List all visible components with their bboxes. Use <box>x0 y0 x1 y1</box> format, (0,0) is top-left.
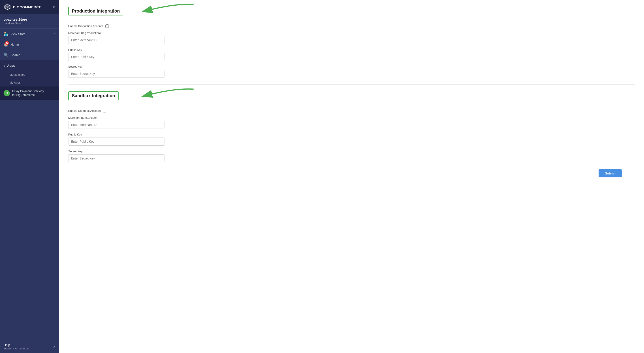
logo-text: BIGCOMMERCE <box>13 5 42 9</box>
production-secret-key-label: Secret Key <box>68 65 635 68</box>
sandbox-arrow-annotation <box>131 87 198 100</box>
bigcommerce-logo-icon: BC <box>4 3 11 11</box>
sidebar-item-home[interactable]: 🏠 Home 47 <box>0 39 59 50</box>
enable-sandbox-label: Enable Sandbox Account <box>68 109 101 112</box>
sandbox-section-title: Sandbox Integration <box>68 91 118 100</box>
search-label: Search <box>10 53 20 57</box>
sandbox-public-key-group: Public Key <box>68 133 635 146</box>
app-icon: O <box>4 90 10 96</box>
production-merchant-id-input[interactable] <box>68 36 164 44</box>
submit-row: Submit <box>68 169 635 177</box>
sidebar-item-search[interactable]: 🔍 Search <box>0 50 59 60</box>
store-name: opay-testStore <box>4 18 56 21</box>
support-pin: Support PIN: 16057122 <box>4 347 29 350</box>
sandbox-merchant-id-label: Merchant ID (Sandbox) <box>68 116 635 119</box>
submit-button[interactable]: Submit <box>598 169 622 177</box>
svg-text:BC: BC <box>5 6 10 9</box>
sandbox-secret-key-input[interactable] <box>68 154 164 162</box>
apps-section: ‹ Apps Marketplace My Apps <box>0 60 59 87</box>
help-title: Help <box>4 343 29 347</box>
app-label: OPay Payment Gatewayfor BigCommerce <box>12 89 44 97</box>
home-badge: 47 <box>5 41 9 45</box>
home-label: Home <box>10 43 19 46</box>
apps-label: Apps <box>7 64 15 67</box>
sandbox-secret-key-label: Secret Key <box>68 150 635 153</box>
enable-production-label: Enable Production Account <box>68 25 103 28</box>
sandbox-merchant-id-input[interactable] <box>68 121 164 129</box>
store-type: Sandbox Store <box>4 22 56 25</box>
sandbox-public-key-label: Public Key <box>68 133 635 136</box>
sidebar-footer: Help Support PIN: 16057122 ∧ <box>0 340 59 353</box>
sidebar: BC BIGCOMMERCE « opay-testStore Sandbox … <box>0 0 59 353</box>
footer-expand-button[interactable]: ∧ <box>53 344 56 349</box>
logo-area: BC BIGCOMMERCE <box>4 3 42 11</box>
apps-section-header[interactable]: ‹ Apps <box>0 60 59 71</box>
sidebar-collapse-button[interactable]: « <box>52 4 56 10</box>
enable-sandbox-checkbox[interactable] <box>103 109 106 112</box>
apps-chevron-icon: ‹ <box>4 63 5 68</box>
sandbox-secret-key-group: Secret Key <box>68 150 635 162</box>
store-info: opay-testStore Sandbox Store <box>0 14 59 29</box>
production-section-wrapper: Production Integration Enable Production… <box>68 7 635 78</box>
enable-sandbox-row: Enable Sandbox Account <box>68 109 635 112</box>
search-nav-icon: 🔍 <box>4 53 8 57</box>
sidebar-item-marketplace[interactable]: Marketplace <box>0 71 59 79</box>
production-secret-key-group: Secret Key <box>68 65 635 78</box>
store-icon: 🏪 <box>4 32 8 36</box>
production-public-key-group: Public Key <box>68 48 635 61</box>
sandbox-section-wrapper: Sandbox Integration Enable Sandbox Accou… <box>68 91 635 162</box>
sidebar-header: BC BIGCOMMERCE « <box>0 0 59 14</box>
enable-production-checkbox[interactable] <box>106 25 109 28</box>
enable-production-row: Enable Production Account <box>68 25 635 28</box>
production-arrow-annotation <box>131 2 198 16</box>
production-public-key-label: Public Key <box>68 48 635 52</box>
external-link-icon: ↗ <box>53 32 56 36</box>
production-merchant-id-label: Merchant ID (Production) <box>68 31 635 35</box>
main-content: Production Integration Enable Production… <box>59 0 644 353</box>
view-store-label: View Store <box>10 32 26 36</box>
production-public-key-input[interactable] <box>68 53 164 61</box>
production-section-title: Production Integration <box>68 7 123 16</box>
sandbox-merchant-id-group: Merchant ID (Sandbox) <box>68 116 635 129</box>
sandbox-public-key-input[interactable] <box>68 138 164 146</box>
production-merchant-id-group: Merchant ID (Production) <box>68 31 635 44</box>
sidebar-item-view-store[interactable]: 🏪 View Store ↗ <box>0 29 59 39</box>
active-app-item[interactable]: O OPay Payment Gatewayfor BigCommerce <box>0 87 59 100</box>
sidebar-item-my-apps[interactable]: My Apps <box>0 79 59 87</box>
production-secret-key-input[interactable] <box>68 70 164 78</box>
